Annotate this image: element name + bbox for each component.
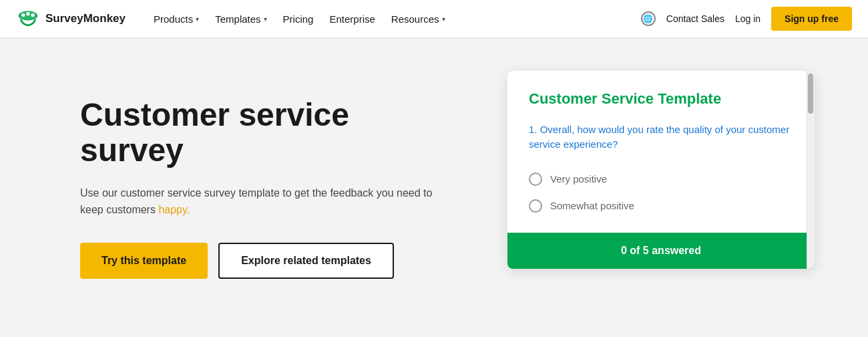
- card-footer: 0 of 5 answered: [507, 233, 815, 269]
- radio-label-very-positive: Very positive: [550, 173, 607, 185]
- svg-point-1: [21, 13, 25, 17]
- explore-templates-button[interactable]: Explore related templates: [218, 243, 394, 279]
- try-template-button[interactable]: Try this template: [80, 243, 208, 279]
- answered-count: 0 of 5 answered: [621, 245, 701, 256]
- main-content: Customer service survey Use our customer…: [0, 37, 868, 337]
- scrollbar-thumb[interactable]: [808, 74, 813, 114]
- globe-icon[interactable]: 🌐: [641, 11, 656, 26]
- radio-option-somewhat-positive[interactable]: Somewhat positive: [529, 193, 793, 219]
- cta-buttons: Try this template Explore related templa…: [80, 243, 454, 279]
- svg-point-2: [26, 12, 29, 15]
- description-highlight: happy.: [158, 204, 190, 215]
- products-chevron-icon: ▾: [196, 15, 199, 23]
- resources-chevron-icon: ▾: [442, 15, 445, 23]
- card-title: Customer Service Template: [529, 90, 793, 109]
- nav-item-products[interactable]: Products ▾: [147, 8, 206, 30]
- survey-card: Customer Service Template 1. Overall, ho…: [507, 71, 815, 269]
- page-description: Use our customer service survey template…: [80, 185, 454, 219]
- nav-item-enterprise[interactable]: Enterprise: [322, 8, 381, 30]
- templates-chevron-icon: ▾: [264, 15, 267, 23]
- signup-button[interactable]: Sign up free: [771, 7, 852, 31]
- contact-sales-link[interactable]: Contact Sales: [666, 13, 724, 24]
- products-label: Products: [154, 13, 193, 25]
- card-question: 1. Overall, how would you rate the quali…: [529, 122, 793, 152]
- nav-item-resources[interactable]: Resources ▾: [385, 8, 452, 30]
- radio-label-somewhat-positive: Somewhat positive: [550, 200, 634, 211]
- hero-section: Customer service survey Use our customer…: [80, 78, 454, 279]
- logo-link[interactable]: SurveyMonkey: [16, 9, 126, 28]
- radio-circle-somewhat-positive[interactable]: [529, 199, 542, 213]
- resources-label: Resources: [391, 13, 439, 25]
- page-title: Customer service survey: [80, 98, 454, 168]
- svg-point-3: [31, 13, 35, 17]
- logo-text: SurveyMonkey: [45, 12, 126, 25]
- logo-icon: [16, 9, 40, 28]
- nav-right: 🌐 Contact Sales Log in Sign up free: [641, 7, 852, 31]
- navbar: SurveyMonkey Products ▾ Templates ▾ Pric…: [0, 0, 868, 37]
- card-scroll-area[interactable]: Customer Service Template 1. Overall, ho…: [507, 71, 815, 233]
- nav-links: Products ▾ Templates ▾ Pricing Enterpris…: [147, 8, 641, 30]
- scrollbar-track: [807, 71, 815, 269]
- login-link[interactable]: Log in: [735, 13, 761, 24]
- templates-label: Templates: [215, 13, 260, 25]
- pricing-label: Pricing: [283, 13, 314, 25]
- radio-option-very-positive[interactable]: Very positive: [529, 166, 793, 193]
- nav-item-pricing[interactable]: Pricing: [276, 8, 320, 30]
- enterprise-label: Enterprise: [329, 13, 375, 25]
- radio-circle-very-positive[interactable]: [529, 173, 542, 186]
- nav-item-templates[interactable]: Templates ▾: [208, 8, 273, 30]
- description-text: Use our customer service survey template…: [80, 187, 432, 216]
